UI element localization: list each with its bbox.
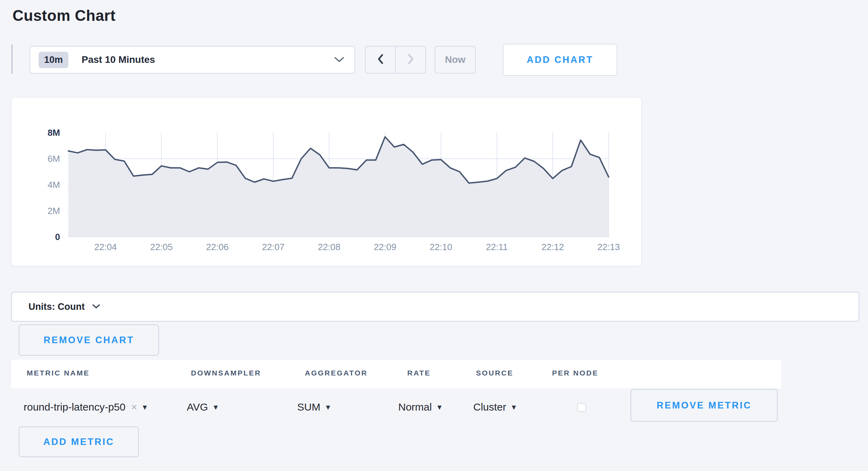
time-range-select[interactable]: 10m Past 10 Minutes xyxy=(30,46,355,74)
column-header-per-node: PER NODE xyxy=(552,369,599,377)
time-range-label: Past 10 Minutes xyxy=(82,54,155,65)
y-tick-label: 0 xyxy=(22,232,60,242)
column-header-downsampler: DOWNSAMPLER xyxy=(191,369,261,377)
x-tick-label: 22:06 xyxy=(193,242,242,253)
x-tick-label: 22:10 xyxy=(417,242,465,253)
add-metric-button[interactable]: ADD METRIC xyxy=(19,427,139,457)
toolbar-left-divider xyxy=(11,44,12,74)
time-nav-group xyxy=(365,46,426,74)
column-header-metric-name: METRIC NAME xyxy=(27,369,90,377)
chart-card: 8M6M4M2M0 22:0422:0522:0622:0722:0822:09… xyxy=(11,97,642,266)
downsampler-dropdown[interactable]: AVG ▾ xyxy=(187,399,218,415)
aggregator-dropdown[interactable]: SUM ▾ xyxy=(297,399,330,415)
column-header-rate: RATE xyxy=(407,369,431,377)
x-tick-label: 22:05 xyxy=(137,242,186,253)
y-tick-label: 6M xyxy=(22,154,60,164)
chevron-left-icon xyxy=(377,53,384,66)
caret-down-icon: ▾ xyxy=(512,403,516,411)
x-tick-label: 22:07 xyxy=(249,242,298,253)
per-node-checkbox[interactable] xyxy=(577,403,586,412)
source-value: Cluster xyxy=(473,401,506,413)
x-tick-label: 22:13 xyxy=(584,242,633,253)
now-button[interactable]: Now xyxy=(435,46,476,74)
x-tick-label: 22:09 xyxy=(361,242,409,253)
add-chart-button[interactable]: ADD CHART xyxy=(503,44,617,76)
remove-chart-button[interactable]: REMOVE CHART xyxy=(19,324,159,356)
y-tick-label: 8M xyxy=(22,127,60,138)
page-title: Custom Chart xyxy=(12,7,116,24)
metric-name-dropdown[interactable]: round-trip-latency-p50 × ▾ xyxy=(24,399,147,415)
chevron-right-icon xyxy=(407,53,414,66)
x-tick-label: 22:11 xyxy=(473,242,521,253)
next-window-button[interactable] xyxy=(396,47,425,73)
caret-down-icon: ▾ xyxy=(437,403,442,411)
x-tick-label: 22:12 xyxy=(528,242,577,253)
downsampler-value: AVG xyxy=(187,401,208,413)
source-dropdown[interactable]: Cluster ▾ xyxy=(473,399,516,415)
clear-metric-icon[interactable]: × xyxy=(131,401,137,413)
rate-value: Normal xyxy=(398,401,432,413)
metric-name-value: round-trip-latency-p50 xyxy=(24,401,125,413)
units-label: Units: Count xyxy=(28,301,85,312)
metrics-table-header xyxy=(11,360,781,388)
units-dropdown[interactable]: Units: Count xyxy=(11,292,859,322)
chevron-down-icon xyxy=(92,304,100,309)
y-tick-label: 2M xyxy=(22,206,60,216)
prev-window-button[interactable] xyxy=(366,47,396,73)
caret-down-icon: ▾ xyxy=(143,403,147,411)
aggregator-value: SUM xyxy=(297,401,320,413)
caret-down-icon: ▾ xyxy=(214,403,218,411)
x-tick-label: 22:08 xyxy=(305,242,353,253)
y-tick-label: 4M xyxy=(22,180,60,190)
column-header-aggregator: AGGREGATOR xyxy=(305,369,368,377)
column-header-source: SOURCE xyxy=(476,369,514,377)
line-chart xyxy=(11,98,642,266)
remove-metric-button[interactable]: REMOVE METRIC xyxy=(631,389,778,422)
caret-down-icon: ▾ xyxy=(326,403,330,411)
time-range-badge: 10m xyxy=(39,52,68,68)
x-tick-label: 22:04 xyxy=(81,242,130,253)
rate-dropdown[interactable]: Normal ▾ xyxy=(398,399,442,415)
chevron-down-icon xyxy=(334,57,344,63)
